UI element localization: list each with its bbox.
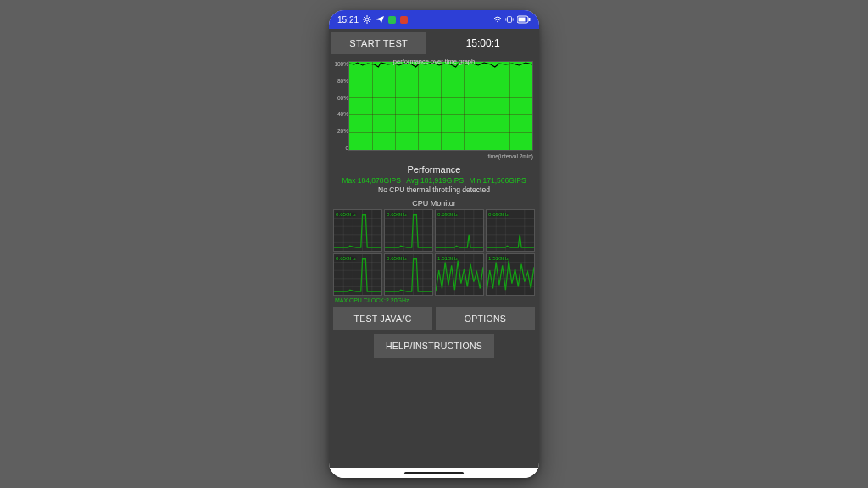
cpu-core-freq: 1.51GHz <box>488 255 509 261</box>
test-javac-button[interactable]: TEST JAVA/C <box>333 307 432 330</box>
cpu-core-cell: 0.65GHz <box>384 209 433 252</box>
cpu-core-freq: 1.51GHz <box>437 255 458 261</box>
cpu-core-cell: 0.69GHz <box>435 209 484 252</box>
svg-rect-5 <box>529 18 531 21</box>
cpu-core-cell: 1.51GHz <box>486 253 535 296</box>
topbar: START TEST 15:00:1 <box>331 32 537 54</box>
app-icon-green <box>388 16 396 24</box>
android-statusbar: 15:21 <box>329 10 539 29</box>
cpu-core-cell: 0.65GHz <box>333 253 382 296</box>
gear-icon <box>363 15 371 24</box>
cpu-core-cell: 0.69GHz <box>486 209 535 252</box>
cpu-monitor-heading: CPU Monitor <box>331 199 537 208</box>
android-navbar[interactable] <box>329 468 539 478</box>
button-row: TEST JAVA/C OPTIONS <box>331 307 537 330</box>
status-time: 15:21 <box>337 15 359 25</box>
app-body: START TEST 15:00:1 performance over time… <box>329 29 539 468</box>
phone-frame: 15:21 START TEST 15:00:1 performance ove… <box>329 10 539 478</box>
throttling-note: No CPU thermal throttling detected <box>331 186 537 194</box>
performance-graph: performance over time graph 100% 80% 60%… <box>333 58 535 159</box>
start-test-button[interactable]: START TEST <box>331 32 426 54</box>
cpu-core-freq: 0.65GHz <box>387 255 407 261</box>
timer-readout: 15:00:1 <box>429 37 537 49</box>
cpu-core-freq: 0.69GHz <box>488 211 509 217</box>
vibrate-icon <box>505 15 514 24</box>
cpu-core-freq: 0.69GHz <box>437 211 458 217</box>
svg-rect-4 <box>519 18 526 22</box>
svg-point-1 <box>497 21 498 23</box>
svg-rect-2 <box>508 17 512 23</box>
cpu-core-cell: 1.51GHz <box>435 253 484 296</box>
performance-heading: Performance <box>331 164 537 175</box>
telegram-icon <box>376 15 384 24</box>
cpu-core-freq: 0.65GHz <box>336 211 356 217</box>
svg-point-0 <box>365 18 369 21</box>
graph-plot-area <box>348 61 533 151</box>
performance-stats: Max 184,878GIPS Avg 181,919GIPS Min 171,… <box>331 176 537 185</box>
graph-title: performance over time graph <box>393 58 475 65</box>
cpu-core-freq: 0.65GHz <box>336 255 356 261</box>
performance-summary: Performance Max 184,878GIPS Avg 181,919G… <box>331 164 537 194</box>
graph-x-label: time(interval 2min) <box>488 153 533 159</box>
graph-y-axis: 100% 80% 60% 40% 20% 0 <box>333 61 348 151</box>
max-cpu-clock: MAX CPU CLOCK:2.20GHz <box>331 296 537 307</box>
cpu-core-freq: 0.65GHz <box>387 211 407 217</box>
help-instructions-button[interactable]: HELP/INSTRUCTIONS <box>374 334 494 358</box>
options-button[interactable]: OPTIONS <box>436 307 535 330</box>
cpu-core-cell: 0.65GHz <box>384 253 433 296</box>
battery-icon <box>517 15 531 24</box>
app-icon-red <box>400 16 408 24</box>
cpu-monitor-grid: 0.65GHz0.65GHz0.69GHz0.69GHz0.65GHz0.65G… <box>331 209 537 296</box>
nav-handle-icon <box>404 472 464 474</box>
wifi-icon <box>493 15 502 24</box>
cpu-core-cell: 0.65GHz <box>333 209 382 252</box>
